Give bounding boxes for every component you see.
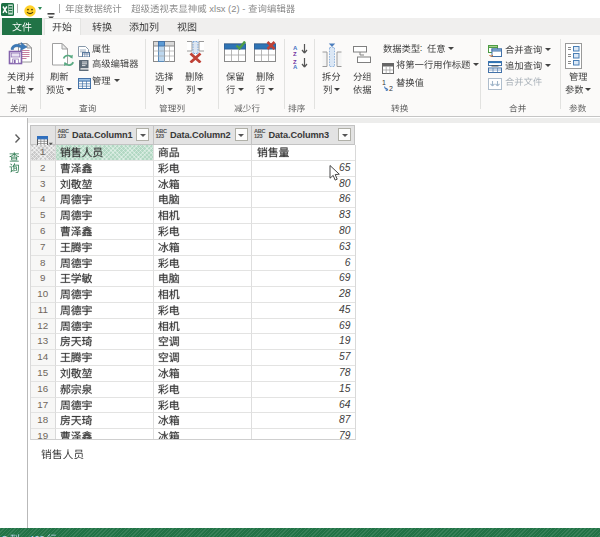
svg-text:A: A: [293, 64, 298, 69]
svg-text:2: 2: [389, 85, 393, 91]
svg-text:1: 1: [382, 79, 386, 86]
svg-text:Z: Z: [293, 51, 297, 57]
